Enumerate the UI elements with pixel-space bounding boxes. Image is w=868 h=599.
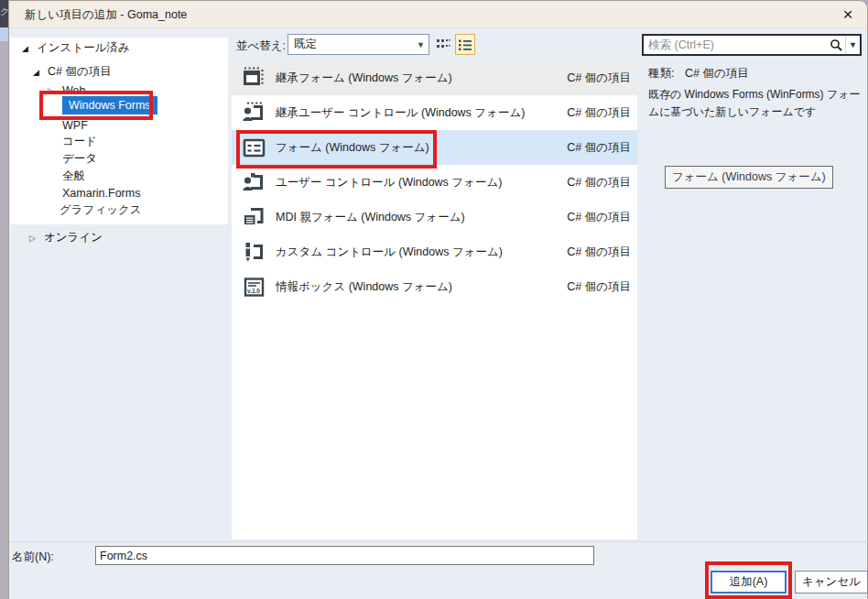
small-icons-view-icon[interactable] bbox=[433, 34, 453, 55]
search-icon[interactable] bbox=[827, 38, 845, 52]
tree-item-windows-forms[interactable]: Windows Forms bbox=[48, 96, 157, 114]
svg-text:v.1.0: v.1.0 bbox=[247, 288, 260, 294]
search-input[interactable] bbox=[644, 38, 827, 51]
tree-item-code[interactable]: コード bbox=[48, 133, 97, 150]
mdi-parent-form-icon bbox=[241, 204, 266, 230]
sort-dropdown[interactable]: 既定 ▼ bbox=[288, 34, 429, 55]
inherited-form-icon bbox=[241, 65, 266, 91]
template-description: 既存の Windows Forms (WinForms) フォームに基づいた新し… bbox=[648, 86, 866, 120]
dialog-title: 新しい項目の追加 - Goma_note bbox=[25, 7, 187, 23]
sort-dropdown-value: 既定 bbox=[288, 37, 413, 52]
kind-label: 種類: bbox=[648, 67, 674, 80]
list-item-mdi-parent-form[interactable]: MDI 親フォーム (Windows フォーム) C# 個の項目 bbox=[232, 200, 637, 234]
dialog-titlebar: 新しい項目の追加 - Goma_note × bbox=[9, 1, 867, 28]
screenshot-root: ク 新しい項目の追加 - Goma_note × インストール済み C# 個の項… bbox=[0, 0, 868, 599]
tree-item-online[interactable]: オンライン bbox=[29, 229, 103, 246]
kind-value: C# 個の項目 bbox=[685, 67, 749, 80]
expand-arrow-icon[interactable] bbox=[33, 68, 43, 77]
tooltip: フォーム (Windows フォーム) bbox=[665, 166, 833, 189]
inherited-user-control-icon bbox=[241, 100, 266, 125]
small-icons-view-glyph bbox=[436, 38, 450, 52]
sort-label: 並べ替え: bbox=[236, 38, 286, 54]
about-box-icon: v.1.0 bbox=[241, 274, 266, 300]
collapsed-arrow-icon[interactable] bbox=[29, 234, 39, 243]
custom-control-icon bbox=[241, 239, 266, 265]
template-kind: 種類: C# 個の項目 bbox=[648, 66, 749, 82]
tree-item-csharp-items[interactable]: C# 個の項目 bbox=[33, 63, 112, 81]
form-icon bbox=[241, 135, 266, 160]
list-item-user-control[interactable]: ユーザー コントロール (Windows フォーム) C# 個の項目 bbox=[232, 165, 637, 200]
list-item-inherited-form[interactable]: 継承フォーム (Windows フォーム) C# 個の項目 bbox=[232, 60, 637, 95]
add-new-item-dialog: 新しい項目の追加 - Goma_note × インストール済み C# 個の項目 … bbox=[8, 0, 868, 599]
list-item-about-box[interactable]: v.1.0 情報ボックス (Windows フォーム) C# 個の項目 bbox=[232, 269, 637, 304]
list-item-form[interactable]: フォーム (Windows フォーム) C# 個の項目 bbox=[232, 130, 637, 165]
user-control-icon bbox=[241, 169, 266, 195]
add-button[interactable]: 追加(A) bbox=[711, 571, 787, 594]
tree-item-data[interactable]: データ bbox=[48, 150, 97, 168]
name-label: 名前(N): bbox=[12, 550, 54, 565]
search-box: ▼ bbox=[642, 34, 862, 56]
list-view-icon[interactable] bbox=[455, 34, 475, 55]
template-category-tree: インストール済み C# 個の項目 Web Windows Forms WPF コ… bbox=[10, 38, 228, 224]
list-view-glyph bbox=[458, 38, 472, 52]
tree-item-installed[interactable]: インストール済み bbox=[22, 39, 130, 57]
template-list: 継承フォーム (Windows フォーム) C# 個の項目 継承ユーザー コント… bbox=[232, 60, 637, 539]
tree-item-xamarin-forms[interactable]: Xamarin.Forms bbox=[48, 184, 140, 201]
list-item-custom-control[interactable]: カスタム コントロール (Windows フォーム) C# 個の項目 bbox=[232, 234, 637, 269]
cancel-button[interactable]: キャンセル bbox=[795, 571, 868, 594]
tree-item-general[interactable]: 全般 bbox=[48, 168, 85, 185]
collapsed-arrow-icon[interactable] bbox=[48, 86, 58, 95]
chevron-down-icon: ▼ bbox=[413, 40, 429, 49]
tree-item-graphics[interactable]: グラフィックス bbox=[45, 201, 142, 219]
expand-arrow-icon[interactable] bbox=[22, 44, 32, 53]
footer-separator bbox=[9, 541, 868, 542]
name-input[interactable] bbox=[95, 546, 594, 565]
search-dropdown-icon[interactable]: ▼ bbox=[845, 36, 860, 54]
tree-item-wpf[interactable]: WPF bbox=[48, 116, 88, 134]
close-icon[interactable]: × bbox=[836, 3, 860, 27]
list-item-inherited-user-control[interactable]: 継承ユーザー コントロール (Windows フォーム) C# 個の項目 bbox=[232, 95, 637, 130]
